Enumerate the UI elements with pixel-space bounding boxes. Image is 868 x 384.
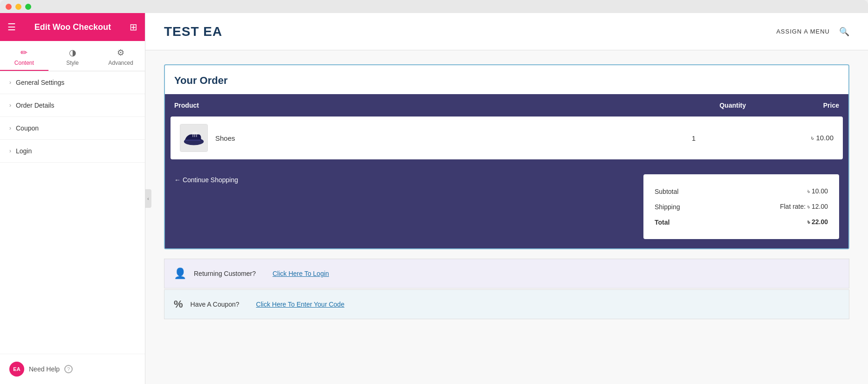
percent-icon: % bbox=[174, 298, 183, 310]
tab-style[interactable]: ◑ Style bbox=[48, 41, 97, 71]
order-footer: ← Continue Shopping Subtotal ৳ 10.00 Shi… bbox=[165, 165, 848, 248]
general-settings-label: General Settings bbox=[16, 79, 64, 86]
pencil-icon: ✏ bbox=[21, 48, 27, 58]
close-button[interactable] bbox=[6, 4, 12, 10]
sidebar-menu: › General Settings › Order Details › Cou… bbox=[0, 71, 145, 354]
top-nav: TEST EA ASSIGN A MENU 🔍 bbox=[145, 13, 868, 50]
main-content: TEST EA ASSIGN A MENU 🔍 Your Order Produ… bbox=[145, 13, 868, 384]
tab-content-label: Content bbox=[14, 60, 34, 66]
sidebar-item-login[interactable]: › Login bbox=[0, 140, 145, 163]
product-name: Shoes bbox=[215, 134, 235, 142]
window-chrome bbox=[0, 0, 868, 13]
total-label: Total bbox=[655, 219, 670, 226]
price-cell: ৳ 10.00 bbox=[740, 134, 834, 142]
shoe-image-svg bbox=[180, 124, 207, 151]
returning-customer-section: 👤 Returning Customer? Click Here To Logi… bbox=[164, 259, 849, 288]
coupon-section: % Have A Coupon? Click Here To Enter You… bbox=[164, 289, 849, 319]
header-quantity: Quantity bbox=[653, 102, 746, 109]
order-section: Your Order Product Quantity Price bbox=[164, 64, 849, 249]
sidebar-item-order-details[interactable]: › Order Details bbox=[0, 94, 145, 117]
sidebar-item-coupon[interactable]: › Coupon bbox=[0, 117, 145, 140]
coupon-text: Have A Coupon? bbox=[191, 301, 239, 308]
order-details-label: Order Details bbox=[16, 102, 54, 109]
ea-badge: EA bbox=[9, 362, 24, 377]
shipping-label: Shipping bbox=[655, 203, 680, 211]
chevron-icon: › bbox=[9, 79, 11, 86]
subtotal-value: ৳ 10.00 bbox=[807, 187, 828, 195]
chevron-icon: › bbox=[9, 148, 11, 154]
subtotal-row: Subtotal ৳ 10.00 bbox=[655, 184, 828, 199]
shipping-value: Flat rate: ৳ 12.00 bbox=[780, 203, 828, 211]
order-title: Your Order bbox=[165, 65, 848, 94]
sidebar-item-general-settings[interactable]: › General Settings bbox=[0, 71, 145, 94]
header-price: Price bbox=[746, 102, 839, 109]
tab-style-label: Style bbox=[66, 60, 79, 66]
gear-icon: ⚙ bbox=[117, 48, 124, 58]
subtotal-label: Subtotal bbox=[655, 188, 678, 195]
app-container: ☰ Edit Woo Checkout ⊞ ✏ Content ◑ Style … bbox=[0, 13, 868, 384]
need-help-text: Need Help bbox=[29, 365, 60, 373]
collapse-handle[interactable]: ‹ bbox=[145, 189, 151, 208]
quantity-cell: 1 bbox=[647, 134, 740, 142]
tab-content[interactable]: ✏ Content bbox=[0, 41, 48, 71]
assign-menu-link[interactable]: ASSIGN A MENU bbox=[776, 28, 830, 35]
help-icon[interactable]: ? bbox=[64, 365, 73, 373]
person-icon: 👤 bbox=[174, 267, 186, 280]
total-value: ৳ 22.00 bbox=[807, 218, 828, 226]
sidebar: ☰ Edit Woo Checkout ⊞ ✏ Content ◑ Style … bbox=[0, 13, 145, 384]
sidebar-header: ☰ Edit Woo Checkout ⊞ bbox=[0, 13, 145, 41]
search-icon[interactable]: 🔍 bbox=[839, 27, 849, 37]
hamburger-icon[interactable]: ☰ bbox=[7, 21, 16, 33]
table-row: Shoes 1 ৳ 10.00 bbox=[171, 117, 843, 159]
coupon-label: Coupon bbox=[16, 124, 39, 132]
style-icon: ◑ bbox=[69, 48, 76, 58]
product-cell: Shoes bbox=[180, 124, 647, 152]
maximize-button[interactable] bbox=[25, 4, 31, 10]
sidebar-tabs: ✏ Content ◑ Style ⚙ Advanced bbox=[0, 41, 145, 71]
sidebar-footer: EA Need Help ? bbox=[0, 354, 145, 384]
tab-advanced-label: Advanced bbox=[108, 60, 133, 66]
login-link[interactable]: Click Here To Login bbox=[273, 270, 329, 277]
chevron-icon: › bbox=[9, 125, 11, 131]
nav-right: ASSIGN A MENU 🔍 bbox=[776, 27, 849, 37]
total-row: Total ৳ 22.00 bbox=[655, 214, 828, 230]
product-image bbox=[180, 124, 208, 152]
order-table-header: Product Quantity Price bbox=[165, 94, 848, 117]
sidebar-title: Edit Woo Checkout bbox=[34, 22, 111, 32]
shipping-row: Shipping Flat rate: ৳ 12.00 bbox=[655, 199, 828, 214]
coupon-link[interactable]: Click Here To Enter Your Code bbox=[256, 301, 345, 308]
minimize-button[interactable] bbox=[15, 4, 21, 10]
page-content: Your Order Product Quantity Price bbox=[145, 50, 868, 384]
site-title: TEST EA bbox=[164, 24, 222, 39]
returning-customer-text: Returning Customer? bbox=[194, 270, 256, 277]
grid-icon[interactable]: ⊞ bbox=[130, 21, 137, 33]
summary-box: Subtotal ৳ 10.00 Shipping Flat rate: ৳ 1… bbox=[643, 174, 839, 239]
header-product: Product bbox=[174, 102, 653, 109]
tab-advanced[interactable]: ⚙ Advanced bbox=[96, 41, 145, 71]
login-label: Login bbox=[16, 147, 32, 155]
order-table: Product Quantity Price bbox=[165, 94, 848, 248]
continue-shopping-link[interactable]: ← Continue Shopping bbox=[174, 176, 238, 184]
chevron-icon: › bbox=[9, 102, 11, 109]
